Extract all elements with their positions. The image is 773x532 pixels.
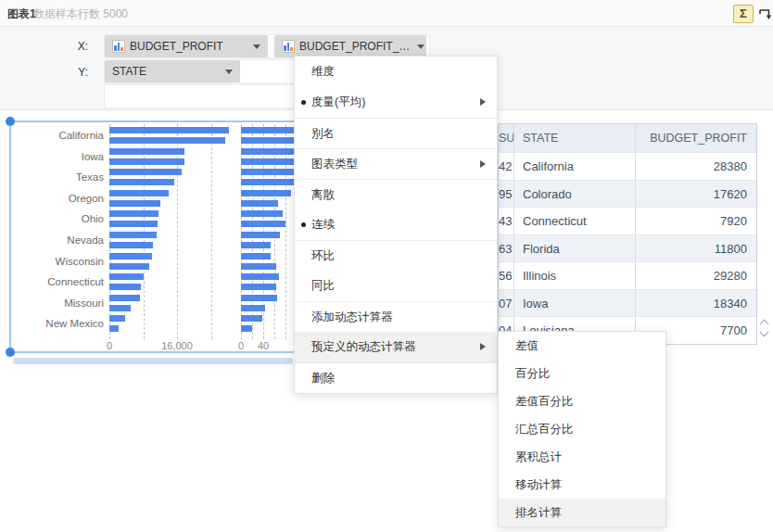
bar-Texas[interactable] <box>109 169 182 175</box>
bar-Ohio[interactable] <box>109 221 158 227</box>
category-label: California <box>9 130 104 141</box>
aggregate-sigma-button[interactable]: Σ <box>733 5 754 23</box>
table-row[interactable]: 43Connecticut7920 <box>499 207 756 234</box>
bar-Connecticut[interactable] <box>241 273 279 280</box>
x-field-label: BUDGET_PROFIT <box>130 40 246 53</box>
bar-Nevada[interactable] <box>109 232 157 238</box>
bar-Nevada[interactable] <box>241 242 271 248</box>
bar-Wisconsin[interactable] <box>109 253 152 260</box>
bar-Wisconsin[interactable] <box>109 263 149 270</box>
submenu-arrow-icon <box>480 160 486 168</box>
table-header-row: SUSTATEBUDGET_PROFIT <box>499 124 756 152</box>
selection-handle-top-left[interactable] <box>6 117 15 126</box>
bar-Iowa[interactable] <box>109 148 184 155</box>
bar-New Mexico[interactable] <box>241 325 252 332</box>
menu-item-离散[interactable]: 离散 <box>295 179 497 209</box>
bar-Missouri[interactable] <box>109 295 140 301</box>
table-cell: Illinois <box>514 262 636 289</box>
bar-California[interactable] <box>109 137 225 144</box>
table-cell: 11800 <box>636 235 755 262</box>
bar-Nevada[interactable] <box>109 242 153 248</box>
field-context-menu: 维度度量(平均)别名图表类型离散连续环比同比添加动态计算器预定义的动态计算器删除 <box>294 56 498 394</box>
bar-Missouri[interactable] <box>109 305 131 311</box>
quick-calc-submenu: 差值百分比差值百分比汇总百分比累积总计移动计算排名计算 <box>498 331 666 527</box>
table-row[interactable]: 56Illinois29280 <box>499 261 756 289</box>
table-cell: 07 <box>499 290 514 317</box>
axis-tick-label: 0 <box>234 340 247 351</box>
bar-New Mexico[interactable] <box>241 315 262 322</box>
bar-Missouri[interactable] <box>241 305 265 311</box>
category-label: Wisconsin <box>9 256 104 267</box>
bar-Texas[interactable] <box>241 179 295 185</box>
category-label: New Mexico <box>9 318 104 329</box>
category-label: Connecticut <box>9 276 104 287</box>
table-row[interactable]: 63Florida11800 <box>499 234 756 262</box>
y-field-pill-state[interactable]: STATE <box>105 60 240 82</box>
x-field-pill-budget-profit[interactable]: BUDGET_PROFIT <box>105 35 268 57</box>
y-field-label: STATE <box>112 65 218 78</box>
sample-rows-label: 数据样本行数 5000 <box>33 6 128 22</box>
submenu-item-差值[interactable]: 差值 <box>499 332 665 360</box>
table-cell: 29280 <box>636 262 755 289</box>
bar-Ohio[interactable] <box>241 221 285 227</box>
selection-handle-bottom-left[interactable] <box>6 348 15 357</box>
bar-Missouri[interactable] <box>241 295 277 301</box>
menu-item-同比[interactable]: 同比 <box>295 271 497 301</box>
bar-Oregon[interactable] <box>109 200 160 207</box>
submenu-item-差值百分比[interactable]: 差值百分比 <box>499 387 665 415</box>
submenu-item-累积总计[interactable]: 累积总计 <box>499 443 665 471</box>
x-field-pill-budget-profit-2[interactable]: BUDGET_PROFIT_… <box>274 35 426 57</box>
menu-item-删除[interactable]: 删除 <box>295 362 497 393</box>
bar-Connecticut[interactable] <box>109 273 144 280</box>
chevron-down-icon[interactable] <box>417 44 425 49</box>
bar-Wisconsin[interactable] <box>241 253 271 260</box>
bar-Texas[interactable] <box>241 169 297 175</box>
menu-item-度量(平均)[interactable]: 度量(平均) <box>295 87 497 118</box>
bar-Nevada[interactable] <box>241 232 280 238</box>
bar-Oregon[interactable] <box>109 190 169 196</box>
bar-Iowa[interactable] <box>241 148 301 155</box>
table-row[interactable]: 95Colorado17620 <box>499 180 756 208</box>
bar-New Mexico[interactable] <box>109 315 125 322</box>
gridline <box>211 124 212 339</box>
bar-New Mexico[interactable] <box>109 325 119 332</box>
bar-California[interactable] <box>109 127 229 133</box>
gridline <box>177 124 178 339</box>
bar-Texas[interactable] <box>109 179 174 185</box>
table-cell: 95 <box>499 181 514 208</box>
chevron-down-icon[interactable] <box>253 44 260 49</box>
column-header-SU[interactable]: SU <box>499 124 514 152</box>
menu-item-图表类型[interactable]: 图表类型 <box>295 148 497 179</box>
table-scroll-controls <box>759 318 770 342</box>
table-cell: 43 <box>499 208 514 234</box>
return-arrow-icon[interactable] <box>756 6 773 22</box>
submenu-item-排名计算[interactable]: 排名计算 <box>499 499 665 526</box>
scroll-down-icon[interactable] <box>760 328 769 337</box>
chevron-down-icon[interactable] <box>225 70 233 74</box>
submenu-item-移动计算[interactable]: 移动计算 <box>499 471 665 499</box>
table-row[interactable]: 07Iowa18340 <box>499 289 756 317</box>
bar-Oregon[interactable] <box>241 200 278 207</box>
column-header-STATE[interactable]: STATE <box>514 124 636 152</box>
bar-Iowa[interactable] <box>241 158 299 165</box>
submenu-arrow-icon <box>480 343 486 350</box>
bar-Oregon[interactable] <box>241 190 291 196</box>
menu-item-维度[interactable]: 维度 <box>295 57 497 87</box>
title-bar: 图表1 数据样本行数 5000 Σ <box>0 0 773 27</box>
menu-item-添加动态计算器[interactable]: 添加动态计算器 <box>295 301 497 332</box>
bar-Connecticut[interactable] <box>109 284 141 290</box>
bar-Iowa[interactable] <box>109 158 184 165</box>
bar-Ohio[interactable] <box>109 210 158 217</box>
chart-horizontal-scrollbar[interactable] <box>13 358 293 364</box>
menu-item-别名[interactable]: 别名 <box>295 118 497 148</box>
menu-item-连续[interactable]: 连续 <box>295 209 497 240</box>
table-row[interactable]: 42California28380 <box>499 152 756 180</box>
column-header-BUDGET_PROFIT[interactable]: BUDGET_PROFIT <box>636 124 755 152</box>
bar-Ohio[interactable] <box>241 210 283 217</box>
submenu-item-汇总百分比[interactable]: 汇总百分比 <box>499 415 665 443</box>
bar-Connecticut[interactable] <box>241 284 276 290</box>
menu-item-环比[interactable]: 环比 <box>295 240 497 271</box>
bar-Wisconsin[interactable] <box>241 263 276 270</box>
submenu-item-百分比[interactable]: 百分比 <box>499 360 665 387</box>
menu-item-预定义的动态计算器[interactable]: 预定义的动态计算器 <box>295 332 497 362</box>
